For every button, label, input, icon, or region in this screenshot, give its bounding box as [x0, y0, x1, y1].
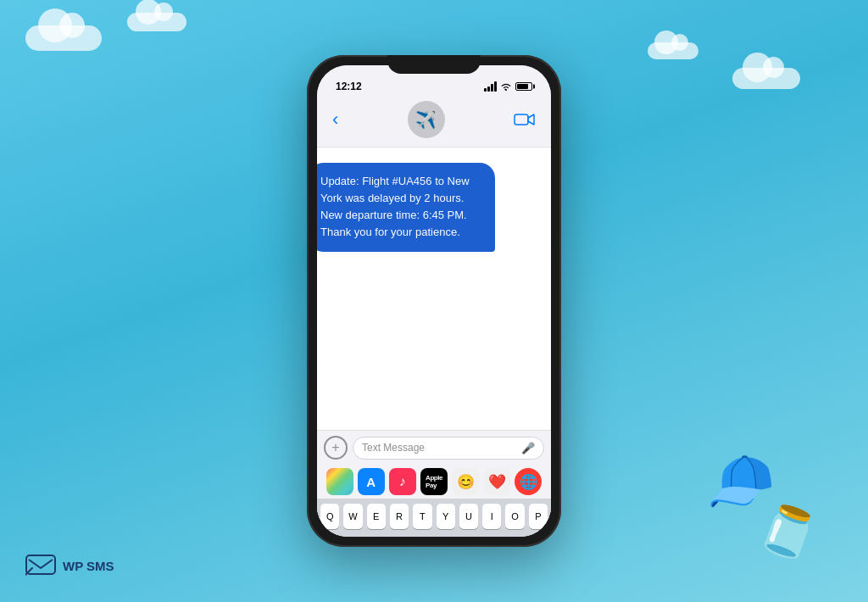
phone-mockup: 12:12 [307, 55, 561, 547]
add-attachment-button[interactable]: + [324, 436, 348, 460]
phone-outer: 12:12 [307, 55, 561, 547]
messages-area: Update: Flight #UA456 to New York was de… [317, 148, 551, 430]
back-button[interactable]: ‹ [332, 109, 338, 131]
keyboard-row-qwerty: Q W E R T Y U I O P [320, 504, 548, 529]
microphone-icon[interactable]: 🎤 [521, 442, 535, 454]
input-placeholder: Text Message [362, 442, 425, 454]
key-w[interactable]: W [343, 504, 362, 529]
phone-screen: 12:12 [317, 65, 551, 537]
cloud-4 [648, 42, 698, 59]
globe-app-icon[interactable]: 🌐 [515, 468, 542, 495]
key-t[interactable]: T [413, 504, 431, 529]
cloud-2 [127, 13, 186, 31]
music-app-icon[interactable]: ♪ [389, 468, 416, 495]
wp-sms-logo: WP SMS [25, 555, 114, 577]
phone-screen-inner: 12:12 [317, 65, 551, 537]
memoji-1-icon[interactable]: 😊 [452, 468, 479, 495]
apple-pay-icon[interactable]: ApplePay [420, 468, 448, 495]
app-icons-row: A ♪ ApplePay 😊 ❤️ 🌐 [317, 465, 551, 499]
status-bar: 12:12 [317, 72, 551, 96]
plus-icon: + [331, 440, 339, 455]
photos-app-icon[interactable] [326, 468, 353, 495]
svg-rect-1 [515, 114, 528, 125]
nav-bar: ‹ ✈️ [317, 96, 551, 148]
key-p[interactable]: P [529, 504, 548, 529]
key-q[interactable]: Q [320, 504, 339, 529]
key-u[interactable]: U [459, 504, 478, 529]
contact-avatar: ✈️ [408, 101, 445, 138]
key-y[interactable]: Y [437, 504, 455, 529]
svg-rect-2 [26, 555, 55, 574]
keyboard: Q W E R T Y U I O P [317, 499, 551, 537]
key-o[interactable]: O [505, 504, 524, 529]
wp-sms-icon [25, 555, 56, 577]
key-r[interactable]: R [390, 504, 409, 529]
wifi-icon [500, 82, 512, 92]
message-bubble: Update: Flight #UA456 to New York was de… [317, 163, 495, 252]
status-icons [484, 81, 532, 92]
message-input-area: + Text Message 🎤 [317, 430, 551, 465]
text-message-input[interactable]: Text Message 🎤 [353, 437, 544, 460]
signal-icon [484, 81, 497, 92]
video-call-button[interactable] [514, 112, 536, 127]
memoji-2-icon[interactable]: ❤️ [483, 468, 510, 495]
key-e[interactable]: E [367, 504, 386, 529]
key-i[interactable]: I [482, 504, 501, 529]
status-time: 12:12 [336, 81, 362, 92]
cloud-3 [732, 68, 800, 89]
wp-sms-text: WP SMS [63, 559, 114, 573]
cloud-1 [25, 25, 102, 51]
app-store-icon[interactable]: A [358, 468, 385, 495]
battery-icon [515, 82, 532, 91]
svg-point-0 [505, 89, 507, 91]
phone-notch [387, 55, 481, 74]
